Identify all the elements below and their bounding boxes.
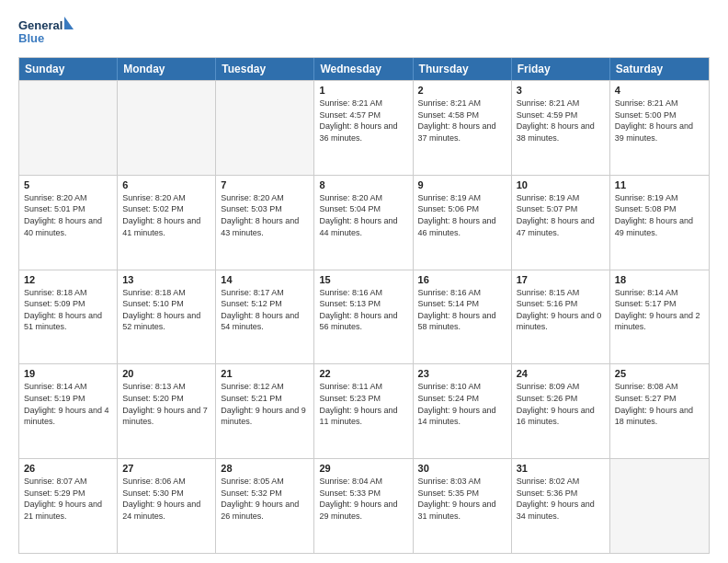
- day-number: 9: [418, 179, 506, 190]
- cal-cell-25: 25Sunrise: 8:08 AMSunset: 5:27 PMDayligh…: [610, 364, 709, 458]
- day-info: Sunrise: 8:15 AMSunset: 5:16 PMDaylight:…: [517, 287, 605, 333]
- day-number: 7: [221, 179, 309, 190]
- header: General Blue: [18, 15, 710, 50]
- day-number: 25: [615, 368, 704, 379]
- day-info: Sunrise: 8:19 AMSunset: 5:06 PMDaylight:…: [418, 192, 506, 238]
- cal-cell-5: 5Sunrise: 8:20 AMSunset: 5:01 PMDaylight…: [19, 176, 118, 270]
- day-number: 23: [418, 368, 506, 379]
- calendar: SundayMondayTuesdayWednesdayThursdayFrid…: [18, 57, 710, 554]
- cal-cell-empty-0-2: [216, 81, 314, 175]
- day-number: 3: [517, 85, 605, 96]
- day-info: Sunrise: 8:10 AMSunset: 5:24 PMDaylight:…: [418, 381, 506, 427]
- cal-cell-26: 26Sunrise: 8:07 AMSunset: 5:29 PMDayligh…: [19, 459, 118, 553]
- day-number: 15: [319, 274, 407, 285]
- day-info: Sunrise: 8:09 AMSunset: 5:26 PMDaylight:…: [517, 381, 605, 427]
- cal-cell-22: 22Sunrise: 8:11 AMSunset: 5:23 PMDayligh…: [314, 364, 413, 458]
- day-number: 22: [319, 368, 407, 379]
- cal-cell-empty-0-1: [118, 81, 216, 175]
- calendar-header: SundayMondayTuesdayWednesdayThursdayFrid…: [19, 58, 709, 80]
- day-info: Sunrise: 8:21 AMSunset: 4:59 PMDaylight:…: [517, 98, 605, 144]
- day-number: 31: [517, 463, 605, 474]
- week-row-0: 1Sunrise: 8:21 AMSunset: 4:57 PMDaylight…: [19, 80, 709, 175]
- day-info: Sunrise: 8:03 AMSunset: 5:35 PMDaylight:…: [418, 476, 506, 522]
- day-info: Sunrise: 8:19 AMSunset: 5:08 PMDaylight:…: [615, 192, 704, 238]
- day-number: 6: [122, 179, 210, 190]
- header-cell-thursday: Thursday: [414, 58, 512, 80]
- page: General Blue SundayMondayTuesdayWednesda…: [0, 0, 728, 563]
- header-cell-sunday: Sunday: [19, 58, 118, 80]
- week-row-1: 5Sunrise: 8:20 AMSunset: 5:01 PMDaylight…: [19, 175, 709, 270]
- day-info: Sunrise: 8:12 AMSunset: 5:21 PMDaylight:…: [221, 381, 309, 427]
- day-number: 29: [319, 463, 407, 474]
- day-info: Sunrise: 8:21 AMSunset: 4:57 PMDaylight:…: [319, 98, 407, 144]
- cal-cell-19: 19Sunrise: 8:14 AMSunset: 5:19 PMDayligh…: [19, 364, 118, 458]
- day-number: 21: [221, 368, 309, 379]
- svg-marker-2: [64, 17, 74, 29]
- cal-cell-6: 6Sunrise: 8:20 AMSunset: 5:02 PMDaylight…: [118, 176, 216, 270]
- day-info: Sunrise: 8:21 AMSunset: 5:00 PMDaylight:…: [615, 98, 704, 144]
- header-cell-monday: Monday: [118, 58, 216, 80]
- day-number: 16: [418, 274, 506, 285]
- day-number: 14: [221, 274, 309, 285]
- day-number: 30: [418, 463, 506, 474]
- cal-cell-31: 31Sunrise: 8:02 AMSunset: 5:36 PMDayligh…: [512, 459, 610, 553]
- cal-cell-empty-0-0: [19, 81, 118, 175]
- cal-cell-27: 27Sunrise: 8:06 AMSunset: 5:30 PMDayligh…: [118, 459, 216, 553]
- cal-cell-29: 29Sunrise: 8:04 AMSunset: 5:33 PMDayligh…: [314, 459, 413, 553]
- day-number: 17: [517, 274, 605, 285]
- cal-cell-11: 11Sunrise: 8:19 AMSunset: 5:08 PMDayligh…: [610, 176, 709, 270]
- cal-cell-9: 9Sunrise: 8:19 AMSunset: 5:06 PMDaylight…: [414, 176, 512, 270]
- cal-cell-21: 21Sunrise: 8:12 AMSunset: 5:21 PMDayligh…: [216, 364, 314, 458]
- cal-cell-7: 7Sunrise: 8:20 AMSunset: 5:03 PMDaylight…: [216, 176, 314, 270]
- day-number: 18: [615, 274, 704, 285]
- day-info: Sunrise: 8:18 AMSunset: 5:10 PMDaylight:…: [122, 287, 210, 333]
- header-cell-wednesday: Wednesday: [314, 58, 413, 80]
- day-number: 19: [24, 368, 112, 379]
- day-info: Sunrise: 8:21 AMSunset: 4:58 PMDaylight:…: [418, 98, 506, 144]
- day-number: 24: [517, 368, 605, 379]
- header-cell-tuesday: Tuesday: [216, 58, 314, 80]
- day-number: 4: [615, 85, 704, 96]
- cal-cell-18: 18Sunrise: 8:14 AMSunset: 5:17 PMDayligh…: [610, 270, 709, 364]
- day-number: 5: [24, 179, 112, 190]
- day-number: 20: [122, 368, 210, 379]
- day-info: Sunrise: 8:06 AMSunset: 5:30 PMDaylight:…: [122, 476, 210, 522]
- day-number: 1: [319, 85, 407, 96]
- cal-cell-23: 23Sunrise: 8:10 AMSunset: 5:24 PMDayligh…: [414, 364, 512, 458]
- day-info: Sunrise: 8:17 AMSunset: 5:12 PMDaylight:…: [221, 287, 309, 333]
- day-number: 2: [418, 85, 506, 96]
- cal-cell-20: 20Sunrise: 8:13 AMSunset: 5:20 PMDayligh…: [118, 364, 216, 458]
- cal-cell-24: 24Sunrise: 8:09 AMSunset: 5:26 PMDayligh…: [512, 364, 610, 458]
- cal-cell-1: 1Sunrise: 8:21 AMSunset: 4:57 PMDaylight…: [314, 81, 413, 175]
- day-info: Sunrise: 8:18 AMSunset: 5:09 PMDaylight:…: [24, 287, 112, 333]
- day-info: Sunrise: 8:20 AMSunset: 5:04 PMDaylight:…: [319, 192, 407, 238]
- svg-text:Blue: Blue: [18, 31, 44, 45]
- day-info: Sunrise: 8:20 AMSunset: 5:01 PMDaylight:…: [24, 192, 112, 238]
- cal-cell-2: 2Sunrise: 8:21 AMSunset: 4:58 PMDaylight…: [414, 81, 512, 175]
- cal-cell-empty-4-6: [610, 459, 709, 553]
- day-number: 8: [319, 179, 407, 190]
- day-number: 11: [615, 179, 704, 190]
- day-info: Sunrise: 8:04 AMSunset: 5:33 PMDaylight:…: [319, 476, 407, 522]
- cal-cell-10: 10Sunrise: 8:19 AMSunset: 5:07 PMDayligh…: [512, 176, 610, 270]
- cal-cell-30: 30Sunrise: 8:03 AMSunset: 5:35 PMDayligh…: [414, 459, 512, 553]
- header-cell-friday: Friday: [512, 58, 610, 80]
- logo-svg: General Blue: [18, 15, 74, 50]
- svg-text:General: General: [18, 18, 63, 32]
- day-number: 10: [517, 179, 605, 190]
- day-info: Sunrise: 8:13 AMSunset: 5:20 PMDaylight:…: [122, 381, 210, 427]
- calendar-body: 1Sunrise: 8:21 AMSunset: 4:57 PMDaylight…: [19, 80, 709, 553]
- logo: General Blue: [18, 15, 74, 50]
- week-row-3: 19Sunrise: 8:14 AMSunset: 5:19 PMDayligh…: [19, 363, 709, 458]
- day-info: Sunrise: 8:20 AMSunset: 5:02 PMDaylight:…: [122, 192, 210, 238]
- cal-cell-14: 14Sunrise: 8:17 AMSunset: 5:12 PMDayligh…: [216, 270, 314, 364]
- day-info: Sunrise: 8:14 AMSunset: 5:19 PMDaylight:…: [24, 381, 112, 427]
- day-info: Sunrise: 8:02 AMSunset: 5:36 PMDaylight:…: [517, 476, 605, 522]
- week-row-4: 26Sunrise: 8:07 AMSunset: 5:29 PMDayligh…: [19, 458, 709, 553]
- day-number: 28: [221, 463, 309, 474]
- day-info: Sunrise: 8:16 AMSunset: 5:14 PMDaylight:…: [418, 287, 506, 333]
- day-info: Sunrise: 8:05 AMSunset: 5:32 PMDaylight:…: [221, 476, 309, 522]
- cal-cell-8: 8Sunrise: 8:20 AMSunset: 5:04 PMDaylight…: [314, 176, 413, 270]
- cal-cell-15: 15Sunrise: 8:16 AMSunset: 5:13 PMDayligh…: [314, 270, 413, 364]
- day-info: Sunrise: 8:07 AMSunset: 5:29 PMDaylight:…: [24, 476, 112, 522]
